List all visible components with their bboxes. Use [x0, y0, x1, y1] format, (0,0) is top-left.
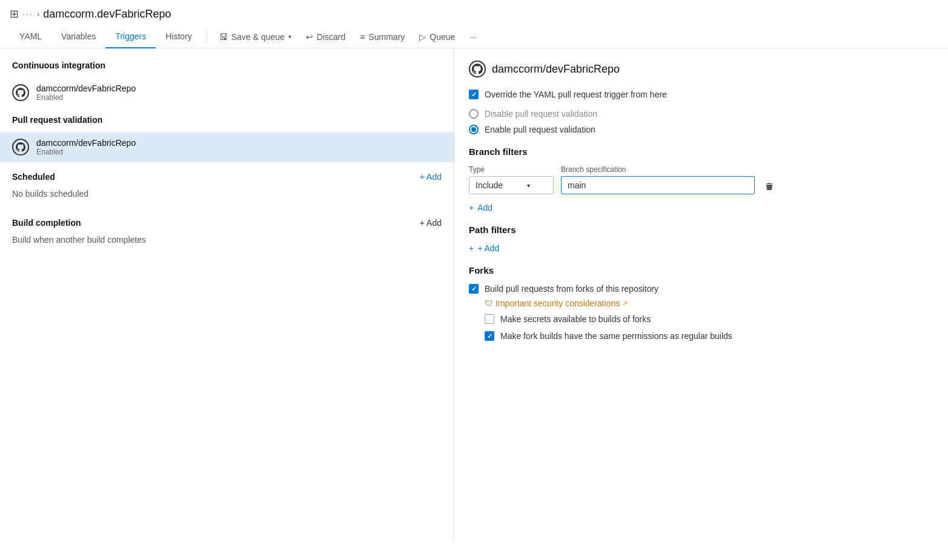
save-icon: 🖫 [219, 32, 228, 42]
nav-separator [207, 30, 207, 44]
dropdown-chevron-icon: ▾ [288, 33, 291, 40]
github-icon-pr [12, 139, 29, 156]
no-builds-text: No builds scheduled [0, 186, 454, 208]
nav-bar: YAML Variables Triggers History 🖫 Save &… [0, 25, 948, 48]
enable-radio-row: Enable pull request validation [469, 125, 933, 134]
left-panel: Continuous integration damccorm/devFabri… [0, 48, 454, 542]
enable-radio[interactable] [469, 125, 479, 134]
more-icon: ··· [469, 32, 477, 42]
same-permissions-checkbox[interactable] [485, 331, 494, 341]
disable-radio[interactable] [469, 109, 479, 119]
ci-repo-status: Enabled [36, 93, 136, 102]
ci-section-title: Continuous integration [0, 61, 454, 77]
queue-label: Queue [429, 32, 455, 42]
discard-button[interactable]: ↩ Discard [299, 27, 353, 47]
breadcrumb: ⊞ ··· › damccorm.devFabricRepo [0, 0, 948, 25]
type-label: Type [469, 165, 554, 174]
security-label: Important security considerations [496, 298, 620, 308]
add-label: Add [477, 203, 492, 212]
build-completion-add-button[interactable]: + Add [420, 218, 442, 228]
tab-yaml[interactable]: YAML [10, 25, 51, 48]
branch-filters-section: Branch filters Type Include ▾ Branch spe… [469, 147, 933, 212]
branch-filters-title: Branch filters [469, 147, 933, 157]
scheduled-add-button[interactable]: + Add [420, 172, 442, 182]
pr-repo-status: Enabled [36, 148, 136, 156]
build-forks-label: Build pull requests from forks of this r… [485, 284, 658, 294]
right-panel-header: damccorm/devFabricRepo [469, 61, 933, 77]
ci-repo-info: damccorm/devFabricRepo Enabled [36, 84, 136, 102]
breadcrumb-dots[interactable]: ··· [22, 9, 33, 19]
pr-repo-info: damccorm/devFabricRepo Enabled [36, 138, 136, 156]
add-icon: + [469, 203, 474, 212]
more-button[interactable]: ··· [462, 27, 484, 47]
ci-repo-name: damccorm/devFabricRepo [36, 84, 136, 93]
build-completion-description: Build when another build completes [0, 232, 454, 254]
main-layout: Continuous integration damccorm/devFabri… [0, 48, 948, 542]
github-icon-right [469, 61, 486, 77]
same-permissions-label: Make fork builds have the same permissio… [500, 331, 732, 341]
override-checkbox[interactable] [469, 90, 479, 99]
summary-label: Summary [368, 32, 405, 42]
summary-icon: ≡ [360, 32, 365, 42]
type-select[interactable]: Include ▾ [469, 176, 554, 194]
tab-variables[interactable]: Variables [51, 25, 105, 48]
pr-section-title: Pull request validation [0, 115, 454, 132]
type-value: Include [476, 180, 503, 190]
disable-radio-row: Disable pull request validation [469, 109, 933, 119]
delete-branch-filter-button[interactable] [762, 180, 777, 197]
shield-icon: 🛡 [485, 298, 493, 308]
queue-icon: ▷ [419, 32, 426, 42]
breadcrumb-chevron: › [37, 9, 40, 19]
path-add-label: + Add [477, 243, 499, 253]
right-repo-name: damccorm/devFabricRepo [492, 63, 620, 76]
override-label: Override the YAML pull request trigger f… [485, 90, 667, 99]
right-panel: damccorm/devFabricRepo Override the YAML… [454, 48, 948, 542]
scheduled-title: Scheduled [12, 172, 55, 182]
spec-filter-col: Branch specification [561, 165, 755, 194]
build-forks-checkbox[interactable] [469, 284, 479, 294]
spec-label: Branch specification [561, 165, 755, 174]
ci-repo-item[interactable]: damccorm/devFabricRepo Enabled [0, 77, 454, 108]
breadcrumb-title: damccorm.devFabricRepo [43, 8, 171, 21]
security-considerations-link[interactable]: 🛡 Important security considerations ↗ [485, 298, 933, 308]
save-queue-label: Save & queue [231, 32, 285, 42]
build-forks-row: Build pull requests from forks of this r… [469, 284, 933, 294]
same-permissions-row: Make fork builds have the same permissio… [485, 331, 933, 341]
discard-icon: ↩ [306, 32, 313, 42]
app-icon: ⊞ [10, 7, 19, 21]
path-filter-add-button[interactable]: + + Add [469, 243, 933, 253]
secrets-row: Make secrets available to builds of fork… [485, 314, 933, 324]
save-queue-button[interactable]: 🖫 Save & queue ▾ [212, 27, 299, 47]
disable-label: Disable pull request validation [485, 109, 597, 119]
spec-input[interactable] [561, 176, 755, 194]
pr-repo-item[interactable]: damccorm/devFabricRepo Enabled [0, 132, 454, 162]
secrets-checkbox[interactable] [485, 314, 494, 324]
build-completion-title: Build completion [12, 218, 81, 228]
pr-repo-name: damccorm/devFabricRepo [36, 138, 136, 148]
secrets-label: Make secrets available to builds of fork… [500, 314, 651, 324]
discard-label: Discard [317, 32, 345, 42]
forks-title: Forks [469, 265, 933, 275]
queue-button[interactable]: ▷ Queue [412, 27, 462, 47]
type-chevron-icon: ▾ [527, 182, 530, 189]
summary-button[interactable]: ≡ Summary [353, 27, 412, 47]
branch-filter-row: Type Include ▾ Branch specification [469, 165, 933, 197]
path-filters-title: Path filters [469, 225, 933, 235]
path-filters-section: Path filters + + Add [469, 225, 933, 253]
tab-triggers[interactable]: Triggers [105, 25, 156, 48]
github-icon-ci [12, 84, 29, 101]
path-add-icon: + [469, 243, 474, 253]
tab-history[interactable]: History [156, 25, 202, 48]
type-filter-col: Type Include ▾ [469, 165, 554, 194]
scheduled-header: Scheduled + Add [0, 162, 454, 186]
build-completion-header: Build completion + Add [0, 208, 454, 232]
forks-section: Forks Build pull requests from forks of … [469, 265, 933, 341]
external-link-icon: ↗ [622, 300, 628, 308]
override-option-row: Override the YAML pull request trigger f… [469, 90, 933, 99]
branch-filter-add-button[interactable]: + Add [469, 203, 933, 212]
enable-label: Enable pull request validation [485, 125, 595, 134]
